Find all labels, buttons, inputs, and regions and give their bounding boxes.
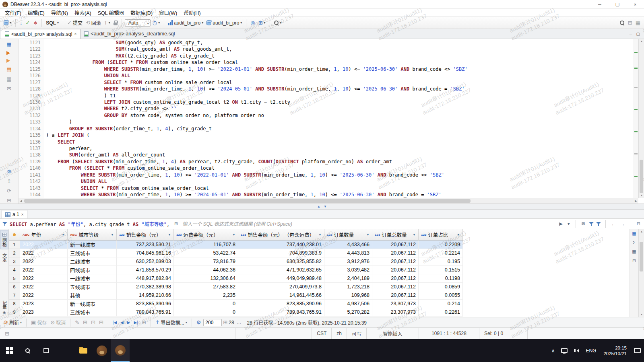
row-number-7[interactable]: 7: [9, 291, 20, 300]
first-page-button[interactable]: |◀: [111, 319, 118, 325]
add-row-button[interactable]: ⊞: [82, 319, 89, 326]
cell-r3-c6[interactable]: 3,912,976: [324, 257, 372, 266]
row-number-3[interactable]: 3: [9, 257, 20, 266]
cell-r7-c5[interactable]: 14,961,445.66: [238, 291, 324, 300]
cell-r2-c7[interactable]: 20,067,112: [372, 249, 419, 257]
scroll-up-icon[interactable]: ▲: [639, 229, 644, 234]
status-writable[interactable]: 可写: [347, 328, 366, 339]
results-tab[interactable]: a 1 ×: [2, 210, 27, 218]
cell-r3-c8[interactable]: 0.195: [419, 257, 463, 266]
cell-r4-c3[interactable]: 471,858,570.29: [117, 266, 174, 274]
cell-r9-c2[interactable]: 三线城市: [68, 308, 117, 317]
cell-r7-c4[interactable]: 2,235: [174, 291, 238, 300]
forward-icon[interactable]: →: [619, 222, 626, 226]
cell-r6-c1[interactable]: 2022: [20, 283, 68, 291]
row-number-9[interactable]: 9: [9, 308, 20, 317]
cell-r4-c4[interactable]: 44,062.36: [174, 266, 238, 274]
metadata-panel-icon[interactable]: ⊟: [632, 258, 636, 263]
overflow-button[interactable]: …: [235, 319, 243, 326]
cell-r6-c4[interactable]: 27,583.82: [174, 283, 238, 291]
editor-vertical-scrollbar[interactable]: ▲ ▼: [638, 39, 644, 198]
close-button[interactable]: ×: [626, 0, 644, 8]
cell-r1-c1[interactable]: 2022: [20, 241, 68, 249]
scrollbar-thumb[interactable]: [24, 199, 471, 203]
cell-r1-c5[interactable]: 737,440,238.01: [238, 241, 324, 249]
tray-volume-button[interactable]: [571, 339, 582, 362]
table-corner-cell[interactable]: [9, 229, 20, 241]
cell-r1-c7[interactable]: 20,067,112: [372, 241, 419, 249]
aggregate-icon[interactable]: Σ: [633, 240, 636, 245]
scroll-up-icon[interactable]: ▲: [639, 39, 644, 44]
query-history-button[interactable]: ◷▾: [151, 19, 161, 26]
grid-view-tab[interactable]: 网格: [0, 230, 8, 249]
editor-results-splitter[interactable]: ▲ ▼: [0, 204, 644, 210]
sql-editor[interactable]: ▦ ▤ ▦ ✉ ⚙ ↥ ⟳ ⊟ 112111221123112411251126…: [0, 39, 644, 204]
column-filter-icon[interactable]: ▼: [232, 233, 235, 237]
open-perspective-button[interactable]: ⊟: [627, 19, 634, 26]
menu-item-1[interactable]: 编辑(E): [25, 8, 48, 17]
fetch-all-button[interactable]: ⊞: [140, 319, 147, 326]
delete-row-button[interactable]: ⊟: [98, 319, 105, 326]
data-transfer-button[interactable]: ↓: [19, 19, 24, 26]
menu-item-2[interactable]: 导航(N): [48, 8, 71, 17]
cell-r8-c7[interactable]: 23,307,973: [372, 300, 419, 308]
column-filter-icon[interactable]: ▼: [413, 233, 416, 237]
panels-icon[interactable]: ▦: [632, 231, 636, 236]
close-tab-icon[interactable]: ×: [74, 32, 77, 36]
cell-r9-c1[interactable]: 2023: [20, 308, 68, 317]
cell-r4-c1[interactable]: 2022: [20, 266, 68, 274]
scroll-left-icon[interactable]: ◀: [19, 198, 23, 204]
new-connection-button[interactable]: ▾: [2, 19, 12, 26]
taskbar-explorer-button[interactable]: [74, 339, 93, 362]
task-view-button[interactable]: [37, 339, 56, 362]
edit-value-button[interactable]: ✎: [74, 319, 80, 326]
row-number-1[interactable]: 1: [9, 241, 20, 249]
cell-r6-c6[interactable]: 1,723,218: [324, 283, 372, 291]
code-area[interactable]: SUM(goods_qty) AS goods_qty_t, SUM(real_…: [44, 39, 633, 198]
cell-r7-c1[interactable]: 2022: [20, 291, 68, 300]
row-number-8[interactable]: 8: [9, 300, 20, 308]
cell-r4-c6[interactable]: 3,039,482: [324, 266, 372, 274]
minimize-view-icon[interactable]: ─: [629, 32, 632, 36]
minimize-results-icon[interactable]: ▼: [324, 205, 327, 208]
layout-button[interactable]: ⊞▾: [257, 19, 267, 26]
row-number-5[interactable]: 5: [9, 274, 20, 283]
column-filter-icon[interactable]: ▼: [366, 233, 369, 237]
result-grid-icon[interactable]: ▦: [6, 76, 11, 82]
status-language[interactable]: zh: [331, 328, 347, 339]
quick-access-search-button[interactable]: [619, 20, 626, 26]
column-header-7[interactable]: 123订单占比▼: [419, 229, 463, 241]
filter-history-icon[interactable]: ▾: [566, 221, 571, 226]
cell-r6-c8[interactable]: 0.0859: [419, 283, 463, 291]
cell-r2-c8[interactable]: 0.2214: [419, 249, 463, 257]
output-console-icon[interactable]: ✉: [7, 86, 11, 92]
panel-toggle-icon[interactable]: ⊟: [636, 221, 642, 226]
rollback-button[interactable]: ⟲回滚: [85, 19, 102, 27]
apply-filter-icon[interactable]: ▶: [558, 221, 564, 226]
cell-r9-c7[interactable]: 23,307,973: [372, 308, 419, 317]
cell-r8-c4[interactable]: 0: [174, 300, 238, 308]
explain-plan-icon[interactable]: ▤: [6, 66, 11, 72]
clear-filter-icon[interactable]: ⊠: [580, 221, 586, 226]
cell-r4-c2[interactable]: 四线城市: [68, 266, 117, 274]
cell-r1-c6[interactable]: 4,433,466: [324, 241, 372, 249]
close-results-tab-icon[interactable]: ×: [21, 212, 24, 217]
scroll-down-icon[interactable]: ▼: [639, 312, 644, 317]
column-filter-icon[interactable]: ▼: [168, 233, 171, 237]
cell-r5-c4[interactable]: 132,306.64: [174, 274, 238, 283]
text-view-tab[interactable]: 文本: [1, 251, 8, 265]
taskbar-dbeaver-active-button[interactable]: [111, 339, 130, 362]
navigator-sync-button[interactable]: ◎: [249, 19, 256, 26]
last-page-button[interactable]: ▶|: [133, 319, 139, 325]
execute-statement-icon[interactable]: [6, 51, 12, 55]
cell-r5-c7[interactable]: 20,067,112: [372, 274, 419, 283]
status-panel-icon[interactable]: ⊟: [0, 328, 14, 339]
cell-r7-c7[interactable]: 20,067,112: [372, 291, 419, 300]
tray-language-button[interactable]: ENG: [582, 339, 599, 362]
cell-r6-c5[interactable]: 270,409,973.8: [238, 283, 324, 291]
settings-gear-icon[interactable]: ⚙: [7, 169, 12, 175]
export-button[interactable]: ↥导出数据...▾: [154, 318, 188, 327]
row-number-6[interactable]: 6: [9, 283, 20, 291]
results-vertical-scrollbar[interactable]: ▲ ▼: [638, 229, 644, 317]
column-header-6[interactable]: 123订单总数量▼: [372, 229, 419, 241]
